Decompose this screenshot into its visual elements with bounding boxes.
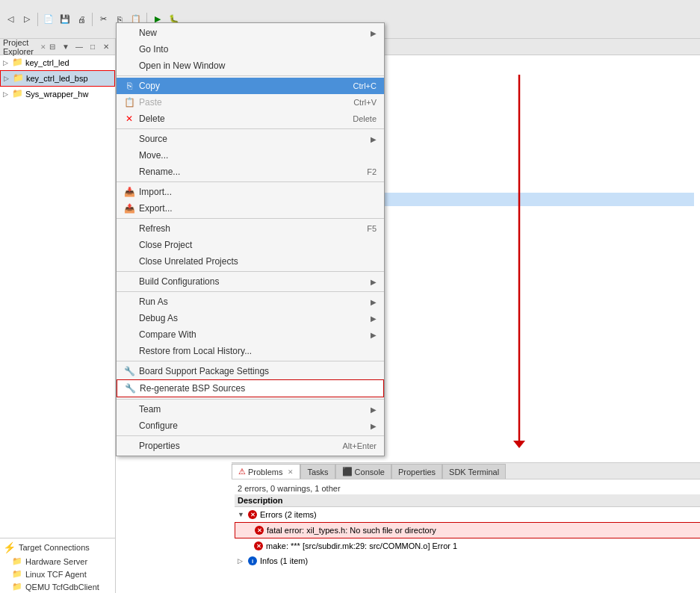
main-area: Project Explorer ✕ ⊟ ▼ — □ ✕ ▷ 📁 key_ctr… [0, 39, 700, 593]
cm-rename[interactable]: Rename... F2 [117, 164, 384, 180]
cm-import[interactable]: 📥 Import... [117, 184, 384, 200]
cm-go-into[interactable]: Go Into [117, 41, 384, 58]
cm-debug-as-arrow: ▶ [371, 314, 377, 323]
cm-compare-with-arrow: ▶ [371, 331, 377, 339]
cm-regenerate-bsp[interactable]: 🔧 Re-generate BSP Sources [117, 379, 384, 397]
cm-sep-3 [117, 181, 384, 182]
bottom-tabs: ⚠ Problems ✕ Tasks ⬛ Console Properties … [232, 463, 700, 479]
cm-move[interactable]: Move... [117, 147, 384, 164]
tree-arrow-2: ▷ [4, 75, 13, 82]
project-explorer-label: Project Explorer [3, 38, 39, 56]
tc-title: Target Connections [19, 543, 90, 552]
cm-new-label: New [139, 28, 157, 38]
tc-qemu[interactable]: 📁 QEMU TcfGdbClient [0, 580, 115, 593]
cm-delete-shortcut: Delete [338, 114, 377, 123]
cm-bsp-settings[interactable]: 🔧 Board Support Package Settings [117, 363, 384, 379]
tab-sdk-terminal-label: SDK Terminal [449, 468, 499, 476]
cm-sep-7 [117, 361, 384, 361]
cm-open-new-window[interactable]: Open in New Window [117, 58, 384, 74]
target-connections: ⚡ Target Connections 📁 Hardware Server 📁… [0, 538, 115, 593]
cm-export[interactable]: 📤 Export... [117, 200, 384, 217]
toolbar-new-btn[interactable]: 📄 [41, 12, 56, 27]
errors-group-label: Errors (2 items) [260, 510, 317, 519]
cm-regenerate-bsp-icon: 🔧 [123, 382, 137, 395]
tab-console[interactable]: ⬛ Console [335, 464, 391, 479]
cm-rename-shortcut: F2 [352, 167, 377, 176]
cm-close-project[interactable]: Close Project [117, 237, 384, 253]
tree-item-key-ctrl-led-bsp[interactable]: ▷ 📁 key_ctrl_led_bsp [0, 70, 115, 87]
cm-new[interactable]: New ▶ [117, 25, 384, 41]
cm-source[interactable]: Source ▶ [117, 131, 384, 147]
make-error-circle: ✕ [254, 541, 263, 550]
cm-compare-with[interactable]: Compare With ▶ [117, 326, 384, 343]
cm-close-unrelated[interactable]: Close Unrelated Projects [117, 253, 384, 270]
folder-icon-3: 📁 [12, 88, 24, 100]
tc-label-2: Linux TCF Agent [25, 570, 87, 579]
pe-collapse-btn[interactable]: ⊟ [46, 41, 58, 53]
cm-properties[interactable]: Properties Alt+Enter [117, 438, 384, 454]
cm-build-config[interactable]: Build Configurations ▶ [117, 273, 384, 290]
project-explorer-header: Project Explorer ✕ ⊟ ▼ — □ ✕ [0, 39, 115, 55]
cm-paste[interactable]: 📋 Paste Ctrl+V [117, 94, 384, 111]
cm-delete[interactable]: ✕ Delete Delete [117, 111, 384, 127]
cm-delete-label: Delete [139, 114, 165, 124]
cm-regenerate-bsp-label: Re-generate BSP Sources [140, 383, 245, 394]
infos-group-label: Infos (1 item) [260, 556, 308, 565]
tc-label-3: QEMU TcfGdbClient [25, 583, 99, 592]
tc-label-1: Hardware Server [25, 557, 87, 566]
cm-build-config-label: Build Configurations [139, 276, 219, 287]
cm-copy-label: Copy [139, 81, 160, 91]
toolbar-cut-btn[interactable]: ✂ [96, 12, 111, 27]
infos-group-header[interactable]: ▷ i Infos (1 item) [235, 553, 700, 568]
tab-sdk-terminal[interactable]: SDK Terminal [442, 464, 506, 479]
cm-copy-icon: ⎘ [123, 79, 136, 93]
tab-tasks[interactable]: Tasks [300, 464, 335, 479]
tc-linux-tcf[interactable]: 📁 Linux TCF Agent [0, 568, 115, 580]
cm-export-icon: 📤 [123, 202, 136, 215]
toolbar-sep-2 [92, 13, 93, 26]
cm-copy[interactable]: ⎘ Copy Ctrl+C [117, 78, 384, 94]
cm-paste-label: Paste [139, 97, 162, 108]
make-error-icon: ✕ [253, 540, 264, 552]
problems-close[interactable]: ✕ [288, 468, 294, 476]
cm-properties-shortcut: Alt+Enter [327, 441, 377, 450]
cm-delete-icon: ✕ [123, 112, 136, 125]
tc-folder-icon-2: 📁 [12, 569, 22, 579]
tab-problems[interactable]: ⚠ Problems ✕ [232, 464, 300, 479]
cm-configure[interactable]: Configure ▶ [117, 417, 384, 434]
tab-console-label: Console [355, 468, 385, 476]
cm-sep-5 [117, 271, 384, 272]
cm-import-icon: 📥 [123, 185, 136, 199]
tree-item-sys-wrapper[interactable]: ▷ 📁 Sys_wrapper_hw [0, 87, 115, 102]
tc-hardware-server[interactable]: 📁 Hardware Server [0, 555, 115, 568]
cm-restore-history-label: Restore from Local History... [139, 346, 252, 356]
tc-folder-icon-1: 📁 [12, 556, 22, 566]
cm-restore-history[interactable]: Restore from Local History... [117, 343, 384, 359]
cm-source-label: Source [139, 134, 167, 144]
tree-item-key-ctrl-led[interactable]: ▷ 📁 key_ctrl_led [0, 55, 115, 70]
pe-close-btn[interactable]: ✕ [100, 41, 112, 53]
errors-expand-arrow: ▼ [238, 511, 247, 518]
pe-maximize-btn[interactable]: □ [87, 41, 99, 53]
bottom-panel: ⚠ Problems ✕ Tasks ⬛ Console Properties … [232, 462, 700, 593]
toolbar-save-btn[interactable]: 💾 [58, 12, 72, 27]
tab-properties[interactable]: Properties [391, 464, 442, 479]
problem-fatal-error[interactable]: ✕ fatal error: xil_types.h: No such file… [235, 522, 700, 538]
errors-group-header[interactable]: ▼ ✕ Errors (2 items) [235, 507, 700, 522]
cm-debug-as-label: Debug As [139, 313, 178, 323]
cm-refresh-shortcut: F5 [352, 224, 377, 233]
cm-debug-as[interactable]: Debug As ▶ [117, 310, 384, 326]
toolbar-print-btn[interactable]: 🖨 [74, 12, 89, 27]
pe-minimize-btn[interactable]: — [73, 41, 85, 53]
toolbar-forward-btn[interactable]: ▷ [19, 12, 34, 27]
problem-make-error[interactable]: ✕ make: *** [src/subdir.mk:29: src/COMMO… [235, 538, 700, 553]
project-tree: ▷ 📁 key_ctrl_led ▷ 📁 key_ctrl_led_bsp ▷ … [0, 55, 115, 538]
toolbar-back-btn[interactable]: ◁ [3, 12, 18, 27]
pe-filter-btn[interactable]: ▼ [60, 41, 72, 53]
cm-team[interactable]: Team ▶ [117, 401, 384, 417]
tree-arrow-3: ▷ [3, 90, 12, 98]
cm-run-as[interactable]: Run As ▶ [117, 294, 384, 310]
pe-icons: ⊟ ▼ — □ ✕ [46, 41, 112, 53]
cm-refresh[interactable]: Refresh F5 [117, 220, 384, 237]
target-connections-header: ⚡ Target Connections [0, 540, 115, 555]
